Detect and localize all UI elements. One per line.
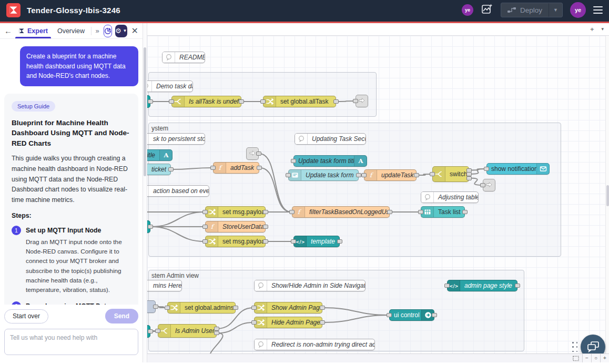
flow-node-function[interactable]: fupdateTask: [364, 169, 417, 181]
avatar-small[interactable]: ye: [462, 4, 473, 16]
comment-node[interactable]: sk to persistent storage: [147, 133, 205, 145]
node-port[interactable]: [251, 320, 257, 325]
node-port[interactable]: [432, 313, 437, 317]
node-port[interactable]: [361, 173, 367, 177]
node-port[interactable]: [515, 284, 520, 288]
wire[interactable]: [337, 101, 355, 102]
more-tabs-chevron[interactable]: »: [95, 27, 100, 35]
node-port[interactable]: [291, 239, 296, 244]
assistant-input[interactable]: [4, 329, 138, 355]
node-port[interactable]: [214, 331, 219, 335]
wire[interactable]: [323, 315, 389, 322]
ai-assistant-icon[interactable]: [481, 3, 493, 17]
flow-node-uitable[interactable]: Task list: [421, 206, 465, 218]
flow-node-uinotify[interactable]: show notification: [486, 163, 550, 175]
flow-node-switch[interactable]: switch: [432, 166, 469, 182]
flow-node-change[interactable]: set msg.payload: [205, 206, 266, 218]
flow-node-uitext[interactable]: Update task form titleA: [293, 155, 367, 167]
flow-node-uiform[interactable]: ticket: [147, 164, 171, 175]
node-port[interactable]: [466, 172, 472, 176]
node-port[interactable]: [414, 173, 419, 177]
node-port[interactable]: [353, 99, 358, 103]
node-port[interactable]: [260, 99, 266, 104]
flow-node-change[interactable]: set msg.payload: [205, 236, 266, 247]
node-port[interactable]: [202, 225, 208, 229]
comment-node[interactable]: Show/Hide Admin in Side Navigation: [254, 280, 366, 291]
node-port[interactable]: [484, 167, 489, 171]
node-port[interactable]: [263, 239, 268, 244]
node-port[interactable]: [165, 306, 170, 310]
node-port[interactable]: [286, 173, 291, 177]
node-port[interactable]: [202, 239, 208, 244]
node-port[interactable]: [480, 183, 485, 187]
flow-node-uicontrol[interactable]: ui control: [389, 309, 434, 321]
node-port[interactable]: [153, 305, 158, 309]
comment-node[interactable]: Demo task data: [147, 80, 193, 92]
node-port[interactable]: [320, 320, 325, 325]
flow-list-caret[interactable]: ▾: [601, 27, 604, 32]
node-port[interactable]: [430, 172, 435, 176]
start-over-button[interactable]: Start over: [4, 309, 48, 323]
flow-canvas[interactable]: ystemstem Admin viewREADMEDemo task data…: [147, 36, 609, 353]
flow-node-change[interactable]: Hide Admin Page: [254, 317, 322, 328]
usage-chart-button[interactable]: [104, 25, 112, 37]
node-port[interactable]: [444, 284, 450, 288]
comment-node[interactable]: Adjusting table: [421, 191, 479, 203]
comment-node[interactable]: Updating Task Securely: [295, 133, 366, 145]
node-port[interactable]: [289, 210, 295, 214]
add-flow-button[interactable]: +: [590, 26, 594, 33]
node-port[interactable]: [148, 225, 153, 229]
node-port[interactable]: [251, 306, 257, 310]
node-port[interactable]: [148, 99, 153, 104]
flow-node-switch[interactable]: Is Admin User?: [158, 324, 217, 338]
flow-node-function[interactable]: faddTask: [213, 162, 259, 174]
node-port[interactable]: [462, 210, 468, 214]
comment-node[interactable]: mins Here: [147, 280, 182, 291]
node-port[interactable]: [466, 176, 472, 180]
comment-node[interactable]: README: [162, 52, 205, 63]
menu-button[interactable]: [593, 4, 603, 16]
node-port[interactable]: [263, 225, 268, 229]
zoom-out-button[interactable]: −: [582, 354, 591, 362]
node-port[interactable]: [333, 99, 339, 104]
node-port[interactable]: [239, 99, 244, 104]
node-port[interactable]: [257, 166, 262, 170]
node-port[interactable]: [387, 313, 392, 317]
comment-node[interactable]: Redirect is non-admin trying direct acce…: [254, 339, 375, 350]
close-panel-button[interactable]: ✕: [131, 26, 138, 36]
node-port[interactable]: [214, 327, 219, 331]
minimap-button[interactable]: [571, 354, 580, 362]
wire[interactable]: [259, 154, 291, 212]
node-port[interactable]: [387, 210, 392, 214]
flow-node-switch[interactable]: Is allTask is undefined: [171, 96, 241, 107]
avatar-user[interactable]: ye: [570, 2, 586, 18]
settings-button[interactable]: ⚙ ▼: [115, 25, 127, 37]
fab-drag-handle[interactable]: [572, 342, 578, 353]
node-port[interactable]: [418, 210, 423, 214]
panel-resize-handle[interactable]: [143, 23, 147, 362]
flow-node-function[interactable]: fStoreUserData: [205, 221, 266, 232]
node-port[interactable]: [210, 166, 216, 170]
wire[interactable]: [151, 227, 205, 241]
tab-overview[interactable]: Overview: [54, 23, 88, 38]
flow-node-function[interactable]: ffilterTaskBasedOnLoggedUser: [292, 206, 390, 218]
deploy-button[interactable]: Deploy ▼: [501, 3, 563, 17]
node-port[interactable]: [320, 306, 325, 310]
sidebar-scrollbar[interactable]: [144, 47, 146, 176]
comment-node[interactable]: action based on event: [147, 185, 209, 197]
flow-node-uiform[interactable]: Update task form: [288, 169, 359, 181]
wire[interactable]: [171, 168, 212, 169]
node-port[interactable]: [155, 329, 160, 333]
node-port[interactable]: [148, 329, 153, 333]
back-button[interactable]: ←: [4, 26, 12, 35]
zoom-reset-button[interactable]: ○: [591, 354, 600, 362]
canvas-scrollbar-thumb[interactable]: [606, 185, 609, 206]
flow-node-template[interactable]: </>admin page style: [447, 280, 517, 291]
flow-node-change[interactable]: set global.allTask: [263, 96, 336, 107]
wire[interactable]: [323, 308, 389, 315]
flow-node-template[interactable]: </>template: [293, 236, 340, 247]
wire[interactable]: [151, 212, 205, 227]
tab-expert[interactable]: Expert: [15, 23, 51, 38]
node-port[interactable]: [337, 239, 342, 244]
assistant-conversation[interactable]: Create a blueprint for a machine health …: [0, 39, 143, 305]
